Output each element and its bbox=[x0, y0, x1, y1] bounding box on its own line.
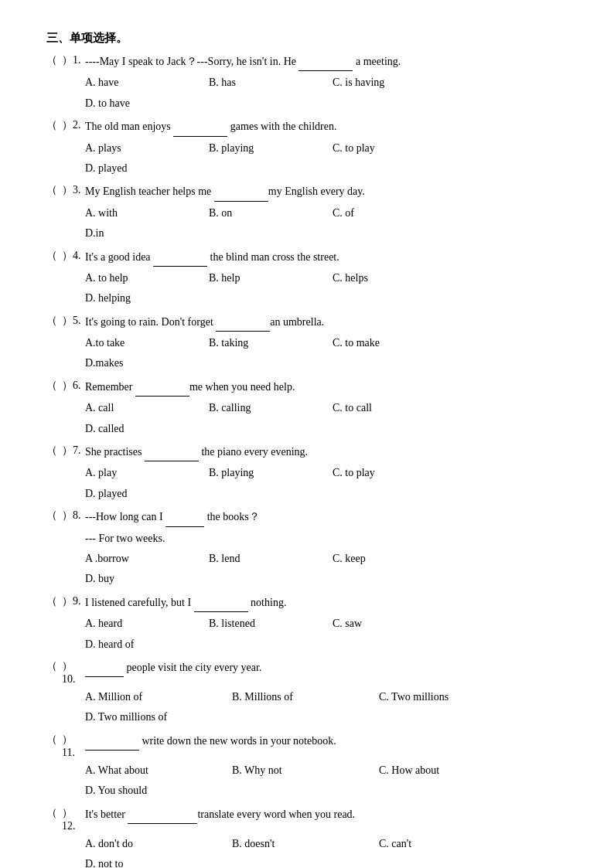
q12-paren-open: （ bbox=[46, 806, 62, 820]
question-10-row: （ ）10. people visit the city every year. bbox=[46, 659, 568, 686]
q5-optD: D.makes bbox=[85, 355, 209, 372]
q1-optD: D. to have bbox=[85, 95, 209, 112]
q9-num: ）9. bbox=[62, 594, 85, 608]
question-7-row: （ ）7. She practises the piano every even… bbox=[46, 444, 568, 461]
q8-options: A .borrow B. lend C. keep D. buy bbox=[85, 550, 568, 588]
q12-optA: A. don't do bbox=[85, 836, 232, 853]
q5-blank bbox=[216, 314, 270, 332]
q8-num: ）8. bbox=[62, 509, 85, 523]
q3-paren-open: （ bbox=[46, 183, 62, 197]
question-11-row: （ ）11. write down the new words in your … bbox=[46, 733, 568, 759]
q12-optD: D. not to bbox=[85, 856, 232, 868]
q2-optA: A. plays bbox=[85, 140, 209, 157]
q4-options: A. to help B. help C. helps D. helping bbox=[85, 270, 568, 308]
q1-num: ）1. bbox=[62, 53, 85, 67]
q2-num: ）2. bbox=[62, 118, 85, 132]
q9-optB: B. listened bbox=[209, 615, 333, 632]
q4-text: It's a good idea the blind man cross the… bbox=[85, 249, 568, 267]
q12-optB: B. doesn't bbox=[232, 836, 379, 853]
q12-num: ）12. bbox=[62, 806, 85, 832]
q10-optD: D. Two millions of bbox=[85, 709, 232, 726]
q4-optA: A. to help bbox=[85, 270, 209, 287]
q11-optB: B. Why not bbox=[232, 762, 379, 779]
q6-optA: A. call bbox=[85, 400, 209, 417]
q1-optB: B. has bbox=[209, 74, 333, 91]
q9-paren-open: （ bbox=[46, 594, 62, 608]
question-12-row: （ ）12. It's better translate every word … bbox=[46, 806, 568, 832]
q4-optC: C. helps bbox=[333, 270, 456, 287]
q8-optA: A .borrow bbox=[85, 550, 209, 567]
q3-optC: C. of bbox=[333, 205, 456, 222]
q8-text: ---How long can I the books？ bbox=[85, 509, 568, 526]
q11-optA: A. What about bbox=[85, 762, 232, 779]
q3-optA: A. with bbox=[85, 205, 209, 222]
q11-paren-open: （ bbox=[46, 733, 62, 747]
q9-optC: C. saw bbox=[333, 615, 456, 632]
q9-text: I listened carefully, but I nothing. bbox=[85, 594, 568, 612]
q6-num: ）6. bbox=[62, 379, 85, 393]
q10-blank bbox=[85, 659, 124, 677]
q6-optC: C. to call bbox=[333, 400, 456, 417]
q5-optC: C. to make bbox=[333, 335, 456, 352]
question-1-row: （ ）1. ----May I speak to Jack？---Sorry, … bbox=[46, 53, 568, 71]
q2-optD: D. played bbox=[85, 160, 209, 177]
q11-num: ）11. bbox=[62, 733, 85, 759]
q7-optD: D. played bbox=[85, 485, 209, 502]
q8-extra-line: --- For two weeks. bbox=[85, 530, 568, 547]
q7-blank bbox=[145, 444, 199, 461]
q6-optB: B. calling bbox=[209, 400, 333, 417]
q6-optD: D. called bbox=[85, 420, 209, 437]
question-3-row: （ ）3. My English teacher helps me my Eng… bbox=[46, 183, 568, 201]
q10-options: A. Million of B. Millions of C. Two mill… bbox=[85, 689, 568, 727]
q7-num: ）7. bbox=[62, 444, 85, 458]
q1-optC: C. is having bbox=[333, 74, 456, 91]
question-2-row: （ ）2. The old man enjoys games with the … bbox=[46, 118, 568, 136]
question-5-row: （ ）5. It's going to rain. Don't forget a… bbox=[46, 314, 568, 332]
question-4-row: （ ）4. It's a good idea the blind man cro… bbox=[46, 249, 568, 267]
q8-optD: D. buy bbox=[85, 570, 209, 587]
q10-num: ）10. bbox=[62, 659, 85, 686]
q12-text: It's better translate every word when yo… bbox=[85, 806, 568, 824]
q3-blank bbox=[214, 183, 268, 201]
q1-options: A. have B. has C. is having D. to have bbox=[85, 74, 568, 112]
q2-blank bbox=[173, 118, 227, 136]
question-6-row: （ ）6. Remember me when you need help. bbox=[46, 379, 568, 397]
q11-text: write down the new words in your noteboo… bbox=[85, 733, 568, 751]
q2-paren-open: （ bbox=[46, 118, 62, 132]
q4-optD: D. helping bbox=[85, 290, 209, 307]
q7-optB: B. playing bbox=[209, 465, 333, 482]
q11-options: A. What about B. Why not C. How about D.… bbox=[85, 762, 568, 800]
q4-blank bbox=[153, 249, 207, 267]
q12-options: A. don't do B. doesn't C. can't D. not t… bbox=[85, 836, 568, 869]
q11-blank bbox=[85, 733, 139, 751]
q4-num: ）4. bbox=[62, 249, 85, 263]
q2-options: A. plays B. playing C. to play D. played bbox=[85, 140, 568, 178]
q5-text: It's going to rain. Don't forget an umbr… bbox=[85, 314, 568, 332]
q3-optB: B. on bbox=[209, 205, 333, 222]
section3-title: 三、单项选择。 bbox=[46, 31, 568, 46]
q10-optB: B. Millions of bbox=[232, 689, 379, 706]
q7-text: She practises the piano every evening. bbox=[85, 444, 568, 461]
q2-optB: B. playing bbox=[209, 140, 333, 157]
q3-optD: D.in bbox=[85, 225, 209, 242]
q5-options: A.to take B. taking C. to make D.makes bbox=[85, 335, 568, 373]
q7-options: A. play B. playing C. to play D. played bbox=[85, 465, 568, 502]
q1-text: ----May I speak to Jack？---Sorry, he isn… bbox=[85, 53, 568, 71]
q6-text: Remember me when you need help. bbox=[85, 379, 568, 397]
q8-paren-open: （ bbox=[46, 509, 62, 523]
q6-paren-open: （ bbox=[46, 379, 62, 393]
q9-optA: A. heard bbox=[85, 615, 209, 632]
q8-optB: B. lend bbox=[209, 550, 333, 567]
q2-text: The old man enjoys games with the childr… bbox=[85, 118, 568, 136]
q10-optC: C. Two millions bbox=[379, 689, 526, 706]
q8-optC: C. keep bbox=[333, 550, 456, 567]
q5-optB: B. taking bbox=[209, 335, 333, 352]
q11-optD: D. You should bbox=[85, 782, 232, 799]
q7-paren-open: （ bbox=[46, 444, 62, 458]
q10-optA: A. Million of bbox=[85, 689, 232, 706]
q10-paren-open: （ bbox=[46, 659, 62, 673]
q9-blank bbox=[194, 594, 248, 612]
q3-text: My English teacher helps me my English e… bbox=[85, 183, 568, 201]
q1-blank bbox=[298, 53, 353, 71]
q8-blank bbox=[165, 509, 204, 526]
